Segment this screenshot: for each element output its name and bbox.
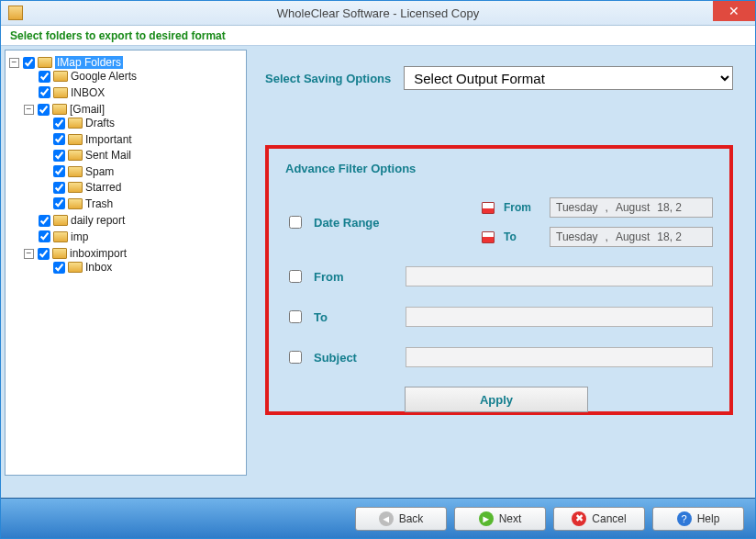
- date-range-checkbox[interactable]: [289, 216, 302, 229]
- tree-node[interactable]: Starred: [85, 181, 121, 194]
- window-title: WholeClear Software - Licensed Copy: [1, 6, 755, 20]
- tree-checkbox[interactable]: [53, 262, 65, 274]
- folder-icon: [52, 104, 67, 115]
- folder-tree[interactable]: − IMap Folders Google Alerts INBOX −[Gma…: [5, 50, 247, 476]
- cancel-button[interactable]: ✖ Cancel: [553, 507, 645, 531]
- folder-icon: [68, 166, 83, 177]
- subject-checkbox[interactable]: [289, 351, 302, 364]
- to-label: To: [314, 310, 396, 324]
- folder-icon: [52, 248, 67, 259]
- to-input[interactable]: [406, 307, 713, 327]
- folder-icon: [68, 118, 83, 129]
- tree-node-root[interactable]: IMap Folders: [55, 56, 123, 69]
- tree-checkbox[interactable]: [39, 71, 50, 83]
- cancel-icon: ✖: [572, 511, 586, 526]
- tree-node[interactable]: Google Alerts: [71, 70, 137, 83]
- subject-row: Subject: [285, 346, 713, 368]
- wizard-footer: ◄ Back ► Next ✖ Cancel ? Help: [1, 498, 755, 538]
- date-to-label: To: [504, 230, 540, 243]
- back-button[interactable]: ◄ Back: [355, 507, 447, 531]
- from-row: From: [285, 265, 713, 287]
- content-area: − IMap Folders Google Alerts INBOX −[Gma…: [1, 46, 755, 498]
- from-input[interactable]: [406, 266, 713, 286]
- tree-checkbox[interactable]: [53, 197, 65, 209]
- date-to-picker[interactable]: Tuesday , August 18, 2: [550, 227, 713, 247]
- tree-node[interactable]: imp: [71, 230, 88, 243]
- advance-filter-box: Advance Filter Options Date Range From T…: [265, 145, 733, 415]
- apply-button[interactable]: Apply: [405, 387, 588, 412]
- titlebar: WholeClear Software - Licensed Copy ✕: [1, 1, 755, 26]
- help-icon: ?: [677, 511, 692, 526]
- tree-checkbox[interactable]: [53, 133, 65, 145]
- instruction-banner: Select folders to export to desired form…: [1, 26, 755, 46]
- folder-icon: [68, 150, 83, 161]
- date-range-grid: From Tuesday , August 18, 2 To: [406, 197, 713, 247]
- calendar-icon: [482, 231, 495, 243]
- tree-node[interactable]: Sent Mail: [85, 149, 131, 162]
- close-icon: ✕: [728, 4, 739, 18]
- folder-icon: [38, 57, 52, 68]
- next-icon: ►: [479, 511, 494, 526]
- tree-node[interactable]: Spam: [85, 165, 114, 178]
- tree-node[interactable]: Drafts: [85, 117, 115, 129]
- close-button[interactable]: ✕: [713, 1, 755, 21]
- back-icon: ◄: [379, 511, 394, 526]
- tree-checkbox[interactable]: [39, 86, 50, 98]
- tree-node[interactable]: INBOX: [71, 86, 105, 99]
- folder-icon: [53, 215, 68, 226]
- tree-checkbox[interactable]: [53, 118, 65, 129]
- tree-checkbox[interactable]: [38, 104, 50, 116]
- folder-icon: [53, 231, 68, 242]
- tree-checkbox[interactable]: [39, 215, 50, 227]
- date-from-picker[interactable]: Tuesday , August 18, 2: [550, 197, 713, 218]
- next-button[interactable]: ► Next: [454, 507, 546, 531]
- saving-options-row: Select Saving Options Select Output Form…: [265, 66, 733, 90]
- app-window: WholeClear Software - Licensed Copy ✕ Se…: [0, 0, 756, 539]
- to-row: To: [285, 306, 713, 328]
- tree-node-inboximport[interactable]: inboximport: [70, 247, 127, 260]
- tree-node[interactable]: Inbox: [85, 261, 112, 274]
- tree-node[interactable]: Trash: [85, 197, 113, 210]
- output-format-select[interactable]: Select Output Format: [404, 66, 733, 90]
- date-range-row: Date Range From Tuesday , August 18, 2: [285, 197, 713, 247]
- subject-input[interactable]: [406, 347, 713, 367]
- folder-icon: [68, 134, 83, 145]
- calendar-icon: [482, 202, 495, 214]
- tree-node[interactable]: Important: [85, 133, 132, 146]
- advance-filter-title: Advance Filter Options: [285, 162, 713, 175]
- tree-checkbox[interactable]: [53, 165, 65, 177]
- from-checkbox[interactable]: [289, 270, 302, 283]
- tree-checkbox[interactable]: [39, 230, 50, 242]
- folder-icon: [68, 198, 83, 209]
- from-label: From: [314, 270, 396, 284]
- date-from-label: From: [504, 201, 540, 214]
- folder-icon: [68, 262, 83, 273]
- folder-icon: [68, 182, 83, 193]
- tree-toggle[interactable]: −: [24, 249, 34, 259]
- help-button[interactable]: ? Help: [652, 507, 744, 531]
- tree-checkbox[interactable]: [53, 150, 65, 162]
- tree-node[interactable]: daily report: [71, 214, 125, 227]
- to-checkbox[interactable]: [289, 310, 302, 323]
- options-panel: Select Saving Options Select Output Form…: [265, 50, 751, 494]
- tree-toggle[interactable]: −: [24, 105, 34, 115]
- tree-checkbox[interactable]: [38, 248, 50, 260]
- folder-icon: [53, 87, 68, 98]
- date-range-label: Date Range: [314, 216, 396, 230]
- tree-toggle[interactable]: −: [9, 58, 19, 68]
- saving-options-label: Select Saving Options: [265, 72, 391, 85]
- tree-checkbox[interactable]: [23, 57, 35, 69]
- subject-label: Subject: [314, 351, 396, 365]
- tree-checkbox[interactable]: [53, 182, 65, 194]
- tree-node-gmail[interactable]: [Gmail]: [70, 103, 105, 116]
- folder-icon: [53, 71, 68, 82]
